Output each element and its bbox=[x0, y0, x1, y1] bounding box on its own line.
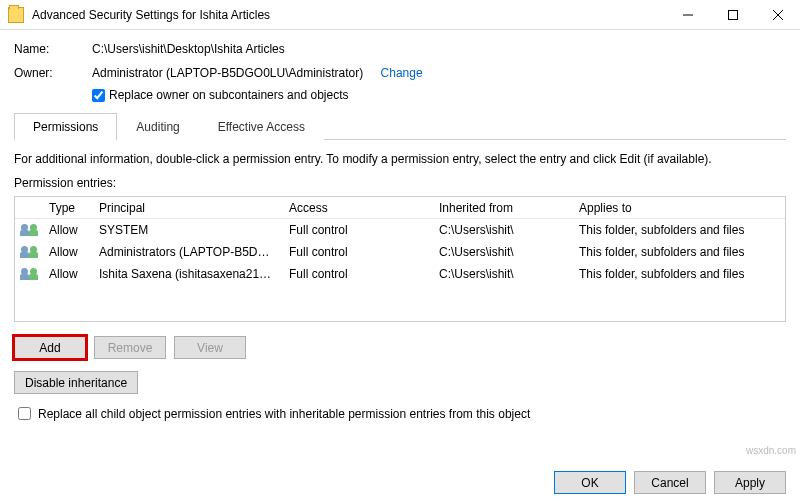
table-body: AllowSYSTEMFull controlC:\Users\ishit\Th… bbox=[15, 219, 785, 285]
apply-button[interactable]: Apply bbox=[714, 471, 786, 494]
cell-principal: SYSTEM bbox=[93, 223, 283, 237]
tab-permissions[interactable]: Permissions bbox=[14, 113, 117, 140]
cancel-button[interactable]: Cancel bbox=[634, 471, 706, 494]
cell-inherited: C:\Users\ishit\ bbox=[433, 223, 573, 237]
cell-applies: This folder, subfolders and files bbox=[573, 245, 785, 259]
minimize-button[interactable] bbox=[665, 0, 710, 30]
cell-access: Full control bbox=[283, 267, 433, 281]
col-access[interactable]: Access bbox=[283, 201, 433, 215]
add-button[interactable]: Add bbox=[14, 336, 86, 359]
info-text: For additional information, double-click… bbox=[14, 152, 786, 166]
maximize-icon bbox=[728, 10, 738, 20]
view-button: View bbox=[174, 336, 246, 359]
entry-buttons: Add Remove View bbox=[14, 336, 786, 359]
cell-applies: This folder, subfolders and files bbox=[573, 223, 785, 237]
owner-value: Administrator (LAPTOP-B5DGO0LU\Administr… bbox=[92, 66, 363, 80]
close-button[interactable] bbox=[755, 0, 800, 30]
disable-inheritance-button[interactable]: Disable inheritance bbox=[14, 371, 138, 394]
cell-inherited: C:\Users\ishit\ bbox=[433, 245, 573, 259]
change-owner-link[interactable]: Change bbox=[381, 66, 423, 80]
replace-all-checkbox[interactable] bbox=[18, 407, 31, 420]
replace-owner-label: Replace owner on subcontainers and objec… bbox=[109, 88, 348, 102]
cell-type: Allow bbox=[43, 267, 93, 281]
col-principal[interactable]: Principal bbox=[93, 201, 283, 215]
replace-all-label: Replace all child object permission entr… bbox=[38, 407, 530, 421]
ok-button[interactable]: OK bbox=[554, 471, 626, 494]
col-applies[interactable]: Applies to bbox=[573, 201, 785, 215]
dialog-buttons: OK Cancel Apply bbox=[554, 471, 786, 494]
principal-icon bbox=[15, 224, 43, 236]
table-row[interactable]: AllowIshita Saxena (ishitasaxena2109...F… bbox=[15, 263, 785, 285]
cell-type: Allow bbox=[43, 245, 93, 259]
owner-row: Owner: Administrator (LAPTOP-B5DGO0LU\Ad… bbox=[14, 66, 786, 102]
disable-inheritance-row: Disable inheritance bbox=[14, 371, 786, 394]
replace-owner-input[interactable] bbox=[92, 89, 105, 102]
cell-applies: This folder, subfolders and files bbox=[573, 267, 785, 281]
principal-icon bbox=[15, 268, 43, 280]
replace-owner-checkbox[interactable]: Replace owner on subcontainers and objec… bbox=[92, 88, 423, 102]
close-icon bbox=[773, 10, 783, 20]
content-area: Name: C:\Users\ishit\Desktop\Ishita Arti… bbox=[0, 30, 800, 423]
cell-principal: Administrators (LAPTOP-B5DGO... bbox=[93, 245, 283, 259]
watermark: wsxdn.com bbox=[746, 445, 796, 456]
table-spacer bbox=[15, 285, 785, 321]
tab-effective-access[interactable]: Effective Access bbox=[199, 113, 324, 140]
maximize-button[interactable] bbox=[710, 0, 755, 30]
window-title: Advanced Security Settings for Ishita Ar… bbox=[32, 8, 665, 22]
cell-principal: Ishita Saxena (ishitasaxena2109... bbox=[93, 267, 283, 281]
cell-type: Allow bbox=[43, 223, 93, 237]
cell-inherited: C:\Users\ishit\ bbox=[433, 267, 573, 281]
table-row[interactable]: AllowSYSTEMFull controlC:\Users\ishit\Th… bbox=[15, 219, 785, 241]
owner-label: Owner: bbox=[14, 66, 92, 80]
cell-access: Full control bbox=[283, 245, 433, 259]
col-type[interactable]: Type bbox=[43, 201, 93, 215]
table-row[interactable]: AllowAdministrators (LAPTOP-B5DGO...Full… bbox=[15, 241, 785, 263]
minimize-icon bbox=[683, 10, 693, 20]
name-value: C:\Users\ishit\Desktop\Ishita Articles bbox=[92, 42, 285, 56]
permission-entries-label: Permission entries: bbox=[14, 176, 786, 190]
svg-rect-1 bbox=[728, 10, 737, 19]
tab-auditing[interactable]: Auditing bbox=[117, 113, 198, 140]
replace-all-row[interactable]: Replace all child object permission entr… bbox=[14, 404, 786, 423]
cell-access: Full control bbox=[283, 223, 433, 237]
name-row: Name: C:\Users\ishit\Desktop\Ishita Arti… bbox=[14, 42, 786, 56]
name-label: Name: bbox=[14, 42, 92, 56]
folder-icon bbox=[8, 7, 24, 23]
remove-button: Remove bbox=[94, 336, 166, 359]
principal-icon bbox=[15, 246, 43, 258]
col-inherited[interactable]: Inherited from bbox=[433, 201, 573, 215]
permissions-table: Type Principal Access Inherited from App… bbox=[14, 196, 786, 322]
table-header: Type Principal Access Inherited from App… bbox=[15, 197, 785, 219]
tab-strip: Permissions Auditing Effective Access bbox=[14, 112, 786, 140]
titlebar: Advanced Security Settings for Ishita Ar… bbox=[0, 0, 800, 30]
